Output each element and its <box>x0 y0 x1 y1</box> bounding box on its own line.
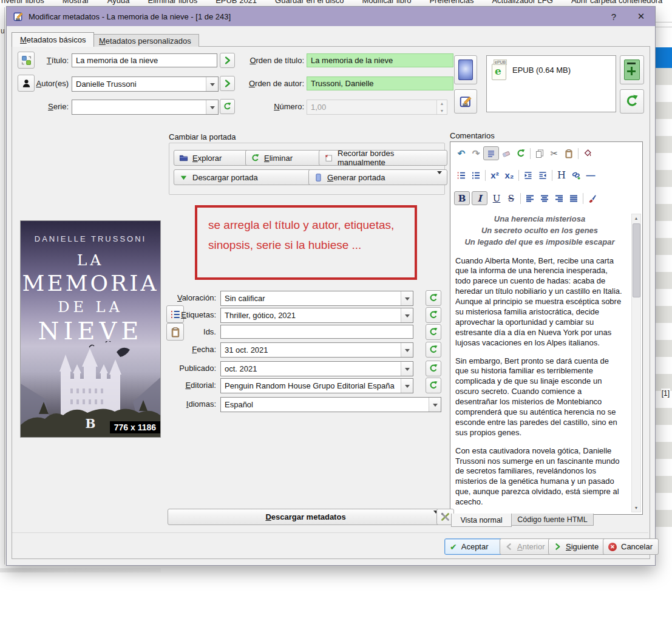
blue-cover-icon <box>458 59 473 80</box>
author-icon <box>21 78 32 89</box>
undo-icon[interactable]: ↶ <box>454 147 469 160</box>
fecha-combo[interactable]: 31 oct. 2021 <box>220 342 413 358</box>
orden-autor-input[interactable]: Trussoni, Danielle <box>307 76 453 90</box>
tab-vista-normal[interactable]: Vista normal <box>451 514 512 527</box>
valoracion-combo[interactable]: Sin calificar <box>220 291 413 306</box>
chevron-right-icon <box>223 56 232 65</box>
select-all-icon[interactable] <box>483 146 499 160</box>
spinner-arrows[interactable]: ▲ ▼ <box>436 100 447 114</box>
format-item-epub[interactable]: ePUB e EPUB (0.64 MB) <box>490 59 611 80</box>
tab-metadatos-basicos[interactable]: Metadatos básicos <box>12 32 94 47</box>
chevron-down-icon[interactable] <box>206 100 218 114</box>
background-color-icon[interactable] <box>580 147 595 160</box>
close-icon[interactable]: ✕ <box>627 11 655 22</box>
scroll-down-icon[interactable]: ▼ <box>632 504 640 512</box>
horizontal-rule-icon[interactable]: — <box>583 169 598 182</box>
explorar-button[interactable]: Explorar <box>174 150 250 166</box>
redo-icon[interactable]: ↷ <box>469 147 483 160</box>
idiomas-combo[interactable]: Español <box>220 397 441 412</box>
background-selected-row[interactable] <box>656 47 672 68</box>
align-center-icon[interactable] <box>537 192 552 205</box>
subscript-icon[interactable]: x₂ <box>502 169 517 182</box>
spin-down-icon[interactable]: ▼ <box>437 107 447 115</box>
scroll-up-icon[interactable]: ▲ <box>632 214 640 222</box>
tab-codigo-fuente-html[interactable]: Código fuente HTML <box>511 514 594 526</box>
cut-icon[interactable]: ✂ <box>547 147 562 160</box>
comments-richtext[interactable]: Una herencia misteriosa Un secreto ocult… <box>455 214 624 510</box>
aceptar-button[interactable]: ✔ Aceptar <box>444 538 504 555</box>
cancelar-button[interactable]: ✕ Cancelar <box>603 538 659 555</box>
text-color-brush-icon[interactable] <box>585 192 600 205</box>
formats-list[interactable]: ePUB e EPUB (0.64 MB) <box>486 55 616 112</box>
italic-icon[interactable]: I <box>472 191 487 205</box>
chevron-down-icon[interactable] <box>401 343 413 357</box>
cover-from-format-button[interactable] <box>454 55 477 84</box>
align-left-icon[interactable] <box>523 192 537 205</box>
insert-link-icon[interactable] <box>569 169 583 182</box>
dialog-titlebar[interactable]: Modificar metadatos - La memoria de la n… <box>7 7 655 26</box>
button-label: Recortar bordes manualmente <box>338 149 442 167</box>
numero-spinner[interactable]: 1,00 ▲ ▼ <box>307 100 447 115</box>
chevron-down-icon[interactable] <box>401 291 413 305</box>
align-justify-icon[interactable] <box>566 192 581 205</box>
comments-scrollbar[interactable]: ▲ ▼ <box>631 214 641 512</box>
superscript-icon[interactable]: x² <box>487 169 502 182</box>
serie-combo[interactable] <box>72 100 219 115</box>
copy-icon[interactable] <box>532 147 547 160</box>
clear-fecha-button[interactable] <box>426 342 441 358</box>
align-right-icon[interactable] <box>552 192 566 205</box>
recortar-bordes-button[interactable]: Recortar bordes manualmente <box>319 150 447 166</box>
chevron-down-icon[interactable] <box>437 174 442 185</box>
cover-size-badge: 776 x 1186 <box>110 421 160 433</box>
clear-etiquetas-button[interactable] <box>426 307 441 323</box>
clear-ids-button[interactable] <box>426 324 441 340</box>
titulo-label: Título: <box>47 56 69 65</box>
autores-label: Autor(es) <box>36 79 69 88</box>
publicado-label: Publicado: <box>179 364 216 373</box>
add-format-button[interactable] <box>620 55 644 84</box>
eliminar-portada-button[interactable]: Eliminar <box>245 150 322 166</box>
book-cover[interactable]: DANIELLE TRUSSONI LA MEMORIA DE LA NIEVE <box>20 220 161 438</box>
ordered-list-icon[interactable] <box>454 169 469 182</box>
tab-metadatos-personalizados[interactable]: Metadatos personalizados <box>91 34 199 47</box>
editorial-combo[interactable]: Penguin Random House Grupo Editorial Esp… <box>220 378 413 393</box>
scrollbar-thumb[interactable] <box>633 223 640 297</box>
comments-tagline: Un secreto oculto en los genes <box>455 225 624 237</box>
eraser-icon[interactable] <box>499 147 514 160</box>
paste-icon[interactable] <box>562 147 576 160</box>
spin-up-icon[interactable]: ▲ <box>437 100 447 107</box>
anterior-button[interactable]: Anterior <box>500 538 553 555</box>
clear-publicado-button[interactable] <box>426 361 441 376</box>
folder-icon <box>179 154 188 163</box>
chevron-down-icon[interactable] <box>401 308 413 322</box>
descargar-portada-button[interactable]: Descargar portada <box>174 169 313 185</box>
clear-formatting-recycle-icon[interactable] <box>514 147 528 160</box>
descargar-metadatos-button[interactable]: Descargar metadatos <box>168 509 444 525</box>
underline-icon[interactable]: U <box>489 192 504 205</box>
heading-icon[interactable]: H <box>554 169 569 182</box>
outdent-icon[interactable] <box>535 169 550 182</box>
bold-icon[interactable]: B <box>454 191 470 205</box>
titulo-input[interactable]: La memoria de la nieve <box>72 53 217 67</box>
generar-portada-button[interactable]: Generar portada <box>308 169 447 185</box>
siguiente-button[interactable]: Siguiente <box>548 538 608 555</box>
bullet-list-icon[interactable] <box>469 169 483 182</box>
chevron-down-icon[interactable] <box>429 398 441 412</box>
annotation-box: se arregla el título y autor, etiquetas,… <box>195 205 417 280</box>
strikethrough-icon[interactable]: S <box>504 192 518 205</box>
help-button[interactable]: ? <box>600 12 627 22</box>
edit-cover-metadata-button[interactable] <box>454 89 477 114</box>
ids-input[interactable] <box>220 325 413 339</box>
indent-icon[interactable] <box>521 169 535 182</box>
chevron-down-icon[interactable] <box>401 379 413 393</box>
autores-combo[interactable]: Danielle Trussoni <box>72 76 219 92</box>
remove-format-button[interactable] <box>620 89 644 114</box>
clear-valoracion-button[interactable] <box>426 290 441 306</box>
chevron-down-icon[interactable] <box>401 362 413 376</box>
button-label: Explorar <box>192 154 222 163</box>
etiquetas-combo[interactable]: Thriller, gótico, 2021 <box>220 308 413 323</box>
chevron-down-icon[interactable] <box>206 77 218 91</box>
publicado-combo[interactable]: oct. 2021 <box>220 361 413 376</box>
orden-titulo-input[interactable]: La memoria de la nieve <box>307 53 453 67</box>
clear-editorial-button[interactable] <box>426 378 441 393</box>
